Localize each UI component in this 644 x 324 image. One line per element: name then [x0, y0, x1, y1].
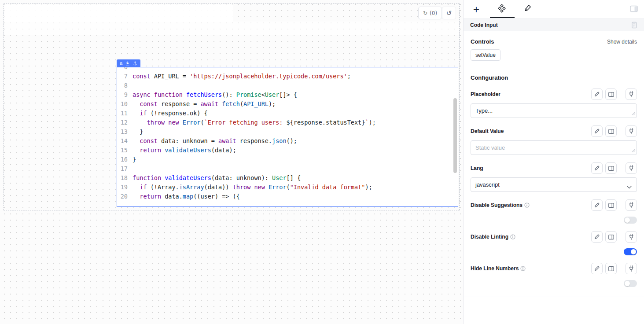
arrow-down-to-line-icon[interactable]	[125, 61, 130, 66]
plug-icon-button[interactable]	[626, 231, 637, 243]
plug-icon-button[interactable]	[626, 199, 637, 211]
docs-icon[interactable]	[631, 22, 637, 29]
line-number: 15	[117, 146, 128, 155]
code-line[interactable]: 7const API_URL = 'https://jsonplaceholde…	[117, 72, 453, 81]
app-root: ↻ (0) ↺ a 67const API_URL = 'https://jso…	[0, 0, 644, 324]
empty-container-band[interactable]	[4, 22, 459, 35]
toggle-knob	[625, 217, 630, 223]
field-label: Placeholder	[471, 91, 500, 97]
editor-canvas[interactable]: ↻ (0) ↺ a 67const API_URL = 'https://jso…	[0, 0, 463, 324]
line-number: 8	[117, 81, 128, 90]
edit-icon-button[interactable]	[591, 199, 603, 211]
code-line[interactable]: 16}	[117, 155, 453, 164]
default-value-input[interactable]: Static value	[471, 140, 637, 155]
code-token: new	[168, 118, 179, 127]
edit-icon-button[interactable]	[591, 88, 603, 100]
plug-icon-button[interactable]	[626, 263, 637, 274]
code-line[interactable]: 6	[117, 67, 453, 72]
tab-add-component[interactable]: +	[471, 3, 482, 16]
line-number: 7	[117, 72, 128, 81]
code-line[interactable]: 18function validateUsers(data: unknown):…	[117, 173, 453, 183]
code-token: );	[269, 99, 276, 109]
field-label: Disable Linting	[471, 234, 508, 240]
resize-handle-icon[interactable]	[632, 110, 636, 117]
panel-icon-button[interactable]	[605, 88, 617, 100]
code-line[interactable]: 8	[117, 81, 453, 90]
field-disable-suggestions: Disable Suggestions	[471, 199, 637, 224]
line-number: 11	[117, 109, 128, 118]
editor-scrollbar-thumb[interactable]	[453, 98, 457, 173]
component-tag-label: a	[120, 59, 122, 67]
hide-line-numbers-toggle[interactable]	[624, 280, 637, 287]
selection-toolbar[interactable]: a	[117, 59, 140, 67]
tab-styles[interactable]	[522, 3, 533, 16]
edit-icon-button[interactable]	[591, 231, 603, 243]
method-chip-setValue[interactable]: setValue	[471, 49, 500, 61]
configuration-section-title: Configuration	[471, 74, 637, 81]
panel-icon-button[interactable]	[605, 199, 617, 211]
placeholder-input[interactable]: Type...	[471, 103, 637, 118]
select-value: javascript	[475, 181, 500, 188]
code-token	[132, 136, 140, 146]
code-line[interactable]: 15 return validateUsers(data);	[117, 146, 453, 155]
line-number: 14	[117, 136, 128, 146]
code-token: function	[154, 90, 183, 99]
code-line[interactable]: 11 if (!response.ok) {	[117, 109, 453, 118]
code-token: (	[200, 118, 204, 127]
active-tab-underline	[490, 17, 515, 18]
disable-linting-toggle[interactable]	[624, 248, 637, 255]
code-line[interactable]: 20 return data.map((user) => ({	[117, 192, 453, 201]
panel-icon-button[interactable]	[605, 263, 617, 274]
selected-component-header: Code Input	[464, 18, 644, 31]
code-editor-content[interactable]: 67const API_URL = 'https://jsonplacehold…	[117, 67, 453, 201]
inspector-tabbar: +	[464, 0, 644, 18]
edit-icon-button[interactable]	[591, 263, 603, 274]
disable-suggestions-toggle[interactable]	[624, 217, 637, 224]
code-line[interactable]: 19 if (!Array.isArray(data)) throw new E…	[117, 183, 453, 192]
controls-section-title: Controls	[471, 38, 494, 45]
plug-icon-button[interactable]	[626, 125, 637, 137]
code-token: [] {	[287, 173, 301, 183]
code-token	[179, 118, 183, 127]
tab-component-config[interactable]	[497, 3, 507, 16]
empty-container-block[interactable]	[4, 4, 233, 22]
code-token	[132, 118, 147, 127]
code-token: User	[265, 90, 280, 99]
code-line[interactable]: 9async function fetchUsers(): Promise<Us…	[117, 90, 453, 99]
collapse-panel-button[interactable]	[629, 5, 638, 13]
panel-icon-button[interactable]	[605, 125, 617, 137]
show-details-link[interactable]: Show details	[607, 39, 637, 45]
code-token	[165, 118, 168, 127]
resize-handle-icon[interactable]	[632, 147, 636, 154]
code-token: isArray	[179, 183, 204, 192]
code-line[interactable]: 10 const response = await fetch(API_URL)…	[117, 99, 453, 109]
history-icon: ↺	[446, 9, 452, 17]
code-token: (data);	[211, 146, 236, 155]
code-line[interactable]: 13 }	[117, 127, 453, 136]
field-label: Hide Line Numbers	[471, 265, 519, 272]
plug-icon-button[interactable]	[626, 162, 637, 174]
code-token: fetchUsers	[186, 90, 222, 99]
code-token: "Invalid data format"	[290, 183, 365, 192]
panel-icon-button[interactable]	[605, 162, 617, 174]
code-token: if	[140, 183, 147, 192]
controls-method-list: setValue	[471, 45, 637, 61]
plug-icon-button[interactable]	[626, 88, 637, 100]
field-label: Lang	[471, 165, 483, 171]
anchor-icon[interactable]	[133, 61, 137, 66]
code-token: }	[132, 127, 143, 136]
code-token: map	[183, 192, 193, 201]
code-line[interactable]: 17	[117, 164, 453, 173]
code-editor-widget[interactable]: 67const API_URL = 'https://jsonplacehold…	[117, 67, 458, 207]
code-line[interactable]: 12 throw new Error(`Error fetching users…	[117, 118, 453, 127]
edit-icon-button[interactable]	[591, 162, 603, 174]
code-token: fetch	[222, 99, 240, 109]
lang-select[interactable]: javascript	[471, 177, 637, 192]
code-token	[132, 146, 140, 155]
edit-icon-button[interactable]	[591, 125, 603, 137]
reset-state-button[interactable]: ↻ (0)	[418, 7, 442, 19]
code-line[interactable]: 14 const data: unknown = await response.…	[117, 136, 453, 146]
configuration-field-list: PlaceholderType...Default ValueStatic va…	[471, 88, 637, 287]
panel-icon-button[interactable]	[605, 231, 617, 243]
history-button[interactable]: ↺	[442, 7, 456, 19]
